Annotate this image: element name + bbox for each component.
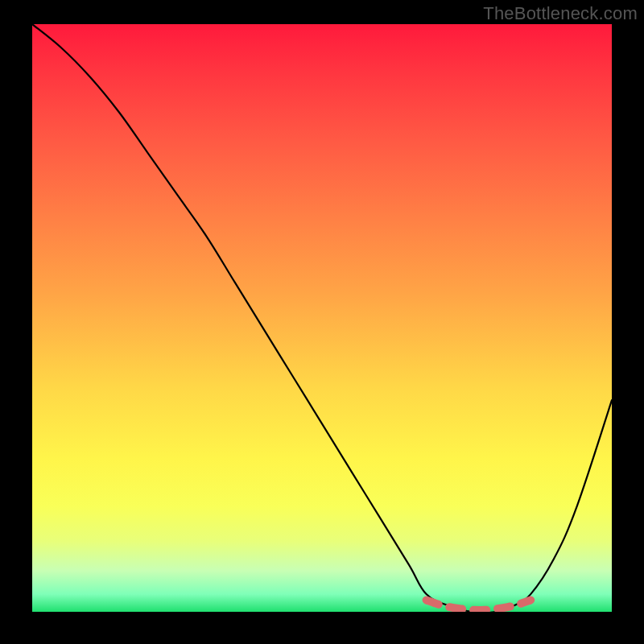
plot-area xyxy=(32,24,612,612)
source-watermark: TheBottleneck.com xyxy=(483,3,638,24)
chart-canvas: TheBottleneck.com xyxy=(0,0,644,644)
optimal-range-marker xyxy=(427,600,531,610)
bottleneck-curve xyxy=(32,24,612,612)
curve-layer xyxy=(32,24,612,612)
